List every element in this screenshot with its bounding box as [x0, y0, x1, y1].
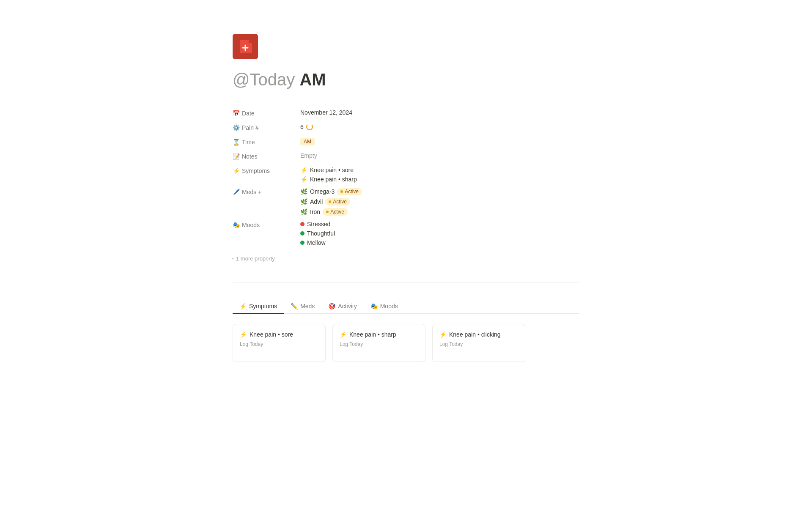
more-property-toggle[interactable]: › 1 more property	[233, 252, 579, 265]
med-item-2[interactable]: 🌿 Iron Active	[300, 208, 579, 216]
tab-activity-label: Activity	[338, 303, 357, 310]
time-label: Time	[242, 139, 255, 145]
lightning-icon-1: ⚡	[300, 176, 307, 183]
symptoms-icon: ⚡	[233, 167, 239, 174]
mood-name-1: Thoughtful	[307, 230, 335, 237]
tab-moods-icon: 🎭	[370, 303, 378, 310]
med-name-2: Iron	[310, 208, 320, 215]
property-row-meds: 🖊️ Meds + 🌿 Omega-3 Active 🌿 Advil Activ…	[233, 185, 579, 218]
date-text: November 12, 2024	[300, 109, 352, 116]
property-label-pain: ⚙️ Pain #	[233, 123, 300, 131]
tab-symptoms[interactable]: ⚡ Symptoms	[233, 299, 284, 314]
tab-symptoms-label: Symptoms	[249, 303, 277, 310]
property-row-time: ⏳ Time AM	[233, 135, 579, 150]
symptom-text-1: Knee pain • sharp	[310, 176, 357, 183]
leaf-icon-1: 🌿	[300, 198, 307, 205]
time-value-container: AM	[300, 138, 579, 145]
moods-values: Stressed Thoughtful Mellow	[300, 221, 579, 246]
lightning-icon-0: ⚡	[300, 167, 307, 173]
card-subtitle-1: Log Today	[340, 341, 418, 347]
symptoms-label: Symptoms	[242, 167, 270, 174]
symptom-text-0: Knee pain • sore	[310, 167, 354, 173]
property-row-symptoms: ⚡ Symptoms ⚡ Knee pain • sore ⚡ Knee pai…	[233, 164, 579, 185]
property-row-moods: 🎭 Moods Stressed Thoughtful Mellow	[233, 218, 579, 249]
moods-label: Moods	[242, 222, 260, 228]
time-tag[interactable]: AM	[300, 138, 315, 145]
page-title: @Today AM	[233, 69, 579, 90]
symptom-item-0[interactable]: ⚡ Knee pain • sore	[300, 167, 579, 173]
tab-meds-label: Meds	[300, 303, 315, 310]
symptom-card-2[interactable]: ⚡ Knee pain • clicking Log Today	[432, 324, 525, 362]
symptom-item-1[interactable]: ⚡ Knee pain • sharp	[300, 176, 579, 183]
meds-icon: 🖊️	[233, 189, 239, 195]
pain-number: 6	[300, 123, 304, 130]
card-title-0: ⚡ Knee pain • sore	[240, 331, 318, 338]
med-status-1[interactable]: Active	[325, 198, 350, 206]
property-row-pain: ⚙️ Pain # 6	[233, 121, 579, 135]
tab-activity[interactable]: 🎯 Activity	[321, 299, 363, 314]
card-title-text-2: Knee pain • clicking	[449, 331, 501, 338]
mood-name-2: Mellow	[307, 239, 326, 246]
cards-grid: ⚡ Knee pain • sore Log Today ⚡ Knee pain…	[233, 324, 579, 362]
mood-dot-0	[300, 222, 304, 226]
gear-icon: ⚙️	[233, 124, 239, 131]
notes-value: Empty	[300, 152, 579, 159]
card-title-2: ⚡ Knee pain • clicking	[439, 331, 518, 338]
calendar-icon: 📅	[233, 110, 239, 117]
med-name-0: Omega-3	[310, 188, 335, 195]
more-property-label: 1 more property	[236, 255, 275, 262]
med-status-2[interactable]: Active	[323, 208, 348, 216]
mood-item-2[interactable]: Mellow	[300, 239, 579, 246]
pain-spinner	[306, 123, 313, 130]
card-lightning-icon-2: ⚡	[439, 331, 447, 338]
symptom-card-0[interactable]: ⚡ Knee pain • sore Log Today	[233, 324, 326, 362]
tab-meds-icon: ✏️	[291, 303, 298, 310]
page-container: @Today AM 📅 Date November 12, 2024 ⚙️ Pa…	[216, 0, 596, 396]
title-main: AM	[299, 70, 326, 89]
card-title-1: ⚡ Knee pain • sharp	[340, 331, 418, 338]
symptom-card-1[interactable]: ⚡ Knee pain • sharp Log Today	[332, 324, 425, 362]
card-subtitle-2: Log Today	[439, 341, 518, 347]
divider	[233, 282, 579, 282]
property-row-notes: 📝 Notes Empty	[233, 150, 579, 164]
property-label-meds: 🖊️ Meds +	[233, 188, 300, 195]
notes-icon: 📝	[233, 153, 239, 160]
mood-item-0[interactable]: Stressed	[300, 221, 579, 227]
mood-dot-2	[300, 241, 304, 245]
med-name-1: Advil	[310, 198, 323, 205]
property-label-symptoms: ⚡ Symptoms	[233, 167, 300, 174]
symptoms-values: ⚡ Knee pain • sore ⚡ Knee pain • sharp	[300, 167, 579, 183]
date-value: November 12, 2024	[300, 109, 579, 116]
med-status-0[interactable]: Active	[337, 188, 362, 195]
tab-meds[interactable]: ✏️ Meds	[284, 299, 321, 314]
date-label: Date	[242, 110, 255, 117]
leaf-icon-2: 🌿	[300, 208, 307, 215]
card-lightning-icon-0: ⚡	[240, 331, 247, 338]
mood-item-1[interactable]: Thoughtful	[300, 230, 579, 237]
notes-text: Empty	[300, 152, 317, 159]
property-label-notes: 📝 Notes	[233, 152, 300, 160]
mood-name-0: Stressed	[307, 221, 330, 227]
meds-label: Meds +	[242, 189, 261, 195]
meds-values: 🌿 Omega-3 Active 🌿 Advil Active 🌿 Iron A…	[300, 188, 579, 216]
page-icon	[233, 34, 579, 61]
tabs-header: ⚡ Symptoms ✏️ Meds 🎯 Activity 🎭 Moods	[233, 299, 579, 314]
card-subtitle-0: Log Today	[240, 341, 318, 347]
property-label-date: 📅 Date	[233, 109, 300, 117]
tab-moods[interactable]: 🎭 Moods	[364, 299, 405, 314]
property-row-date: 📅 Date November 12, 2024	[233, 107, 579, 121]
moods-icon: 🎭	[233, 222, 239, 228]
tab-moods-label: Moods	[380, 303, 398, 310]
pain-value-container: 6	[300, 123, 579, 130]
title-prefix: @Today	[233, 70, 299, 89]
pain-label: Pain #	[242, 124, 259, 131]
property-label-moods: 🎭 Moods	[233, 221, 300, 228]
tab-activity-icon: 🎯	[328, 303, 335, 310]
med-item-0[interactable]: 🌿 Omega-3 Active	[300, 188, 579, 195]
tab-symptoms-icon: ⚡	[239, 303, 247, 310]
tabs-section: ⚡ Symptoms ✏️ Meds 🎯 Activity 🎭 Moods ⚡	[233, 299, 579, 362]
card-lightning-icon-1: ⚡	[340, 331, 347, 338]
med-item-1[interactable]: 🌿 Advil Active	[300, 198, 579, 206]
hourglass-icon: ⏳	[233, 139, 239, 145]
card-title-text-1: Knee pain • sharp	[349, 331, 396, 338]
